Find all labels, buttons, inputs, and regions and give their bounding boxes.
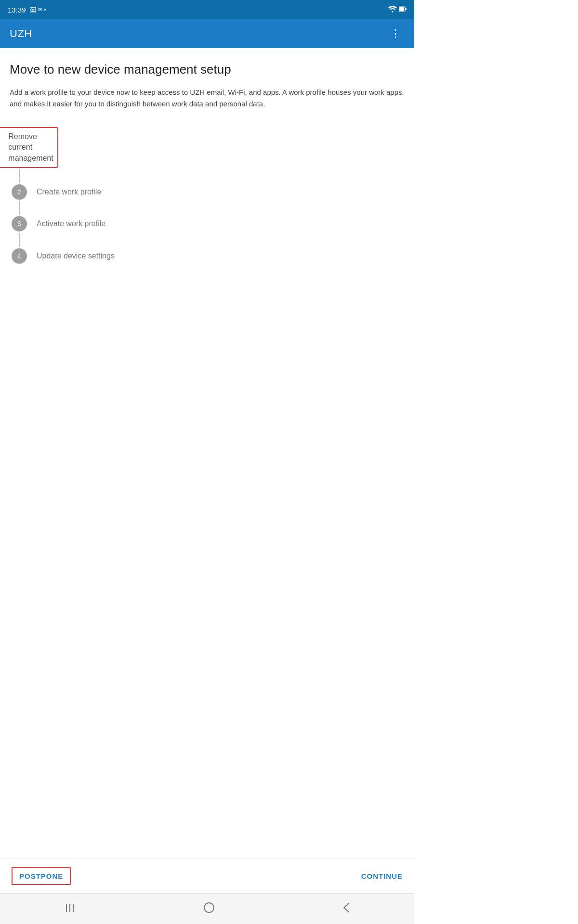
step-left-1: Remove current management: [10, 127, 29, 168]
step-label-2: Create work profile: [29, 184, 101, 200]
connector-3-4: [19, 232, 405, 248]
status-time: 13:39: [8, 6, 26, 14]
step-indicator-3: 3: [12, 216, 27, 231]
bottom-action-bar: POSTPONE CONTINUE: [0, 859, 414, 893]
status-icons: 🖼 ✉ •: [30, 6, 47, 13]
connector-2-3: [19, 200, 405, 216]
nav-back-icon[interactable]: [337, 897, 355, 922]
notification-icon-1: 🖼: [30, 6, 36, 13]
svg-rect-5: [73, 904, 74, 912]
notification-dot: •: [44, 6, 47, 13]
wifi-icon: [388, 6, 397, 14]
connector-1-2: [19, 168, 405, 184]
step-indicator-4: 4: [12, 248, 27, 264]
page-title: Move to new device management setup: [10, 62, 405, 78]
step-left-2: 2: [10, 184, 29, 200]
svg-rect-1: [399, 7, 404, 11]
steps-list: Remove current management 2 Create work …: [10, 127, 405, 264]
app-bar: UZH ⋮: [0, 19, 414, 48]
battery-icon: [399, 6, 407, 14]
overflow-menu-icon[interactable]: ⋮: [386, 24, 405, 44]
step-1-highlight: Remove current management: [0, 127, 58, 168]
step-left-4: 4: [10, 248, 29, 264]
step-label-4: Update device settings: [29, 248, 115, 264]
svg-rect-6: [204, 903, 214, 912]
status-bar: 13:39 🖼 ✉ •: [0, 0, 414, 19]
step-left-3: 3: [10, 216, 29, 231]
step-row-2: 2 Create work profile: [10, 184, 405, 200]
app-bar-title: UZH: [10, 27, 32, 40]
nav-bar: [0, 893, 414, 924]
svg-rect-3: [66, 904, 67, 912]
step-connector-3: [19, 233, 20, 247]
step-number-3: 3: [17, 220, 21, 228]
page-description: Add a work profile to your device now to…: [10, 87, 405, 110]
svg-rect-2: [405, 8, 407, 10]
step-connector-2: [19, 201, 20, 215]
step-label-1: Remove current management: [0, 129, 53, 166]
step-row-3: 3 Activate work profile: [10, 216, 405, 231]
step-row-4: 4 Update device settings: [10, 248, 405, 264]
system-icons: [388, 6, 407, 14]
step-indicator-2: 2: [12, 184, 27, 200]
nav-menu-icon[interactable]: [59, 897, 81, 921]
step-row-1: Remove current management: [10, 127, 405, 168]
step-number-4: 4: [17, 252, 21, 260]
step-label-3: Activate work profile: [29, 216, 105, 231]
notification-icon-2: ✉: [38, 7, 42, 13]
svg-rect-4: [69, 904, 70, 912]
step-number-2: 2: [17, 188, 21, 196]
continue-button[interactable]: CONTINUE: [361, 872, 403, 880]
main-content: Move to new device management setup Add …: [0, 48, 414, 859]
postpone-button[interactable]: POSTPONE: [12, 867, 71, 885]
step-connector-1: [19, 169, 20, 183]
status-bar-left: 13:39 🖼 ✉ •: [8, 6, 46, 14]
nav-home-icon[interactable]: [198, 897, 220, 922]
